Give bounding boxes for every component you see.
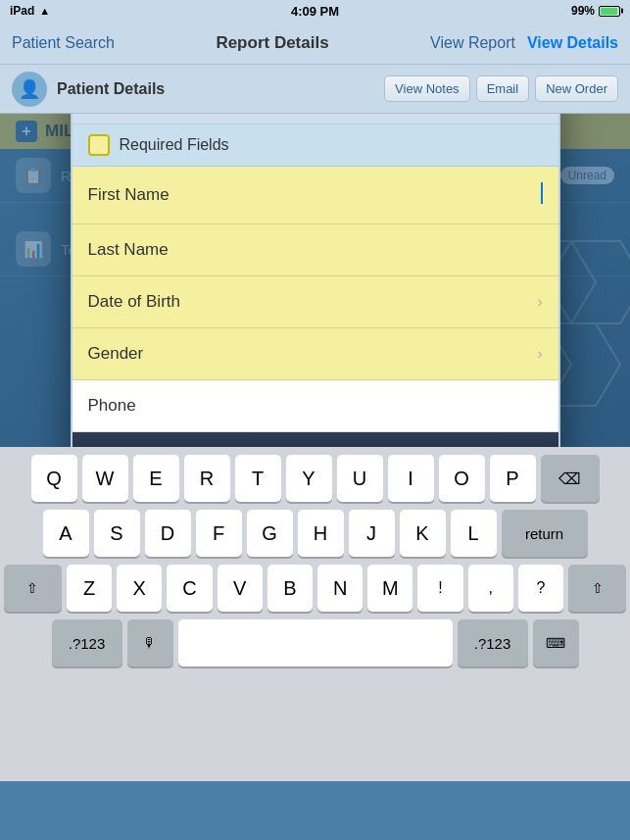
first-name-cursor [537,182,543,208]
wifi-icon: ▲ [39,5,50,17]
first-name-label: First Name [88,185,170,205]
nav-bar: Patient Search Report Details View Repor… [0,22,630,65]
gender-chevron-icon: › [537,345,542,363]
key-r[interactable]: R [184,455,230,502]
place-order-button[interactable]: Place Order [73,432,558,447]
key-x[interactable]: X [117,565,162,612]
shift-key-left[interactable]: ⇧ [4,565,62,612]
patient-header: 👤 Patient Details View Notes Email New O… [0,65,630,114]
key-t[interactable]: T [235,455,281,502]
key-comma[interactable]: , [468,565,513,612]
key-f[interactable]: F [196,510,242,557]
key-m[interactable]: M [367,565,412,612]
key-h[interactable]: H [298,510,344,557]
avatar: 👤 [12,72,47,107]
key-l[interactable]: L [451,510,497,557]
first-name-field[interactable]: First Name [73,167,558,224]
key-c[interactable]: C [167,565,212,612]
key-g[interactable]: G [247,510,293,557]
key-w[interactable]: W [82,455,128,502]
numbers-key-right[interactable]: .?123 [458,619,528,667]
required-fields-row[interactable]: Required Fields [73,124,558,167]
nav-view-details[interactable]: View Details [527,34,618,52]
patient-actions: View Notes Email New Order [384,75,618,102]
microphone-key[interactable]: 🎙 [127,619,173,667]
date-of-birth-chevron-icon: › [537,293,542,311]
space-key[interactable] [178,619,453,667]
patient-details-title: Patient Details [57,80,374,98]
keyboard-row-1: Q W E R T Y U I O P ⌫ [4,455,626,502]
gender-field[interactable]: Gender › [73,328,558,380]
battery-fill [601,8,617,15]
key-k[interactable]: K [400,510,446,557]
date-of-birth-label: Date of Birth [88,292,181,312]
key-j[interactable]: J [349,510,395,557]
key-z[interactable]: Z [67,565,112,612]
key-n[interactable]: N [317,565,363,612]
modal-header: Cancel New Patient Done [73,114,558,124]
email-button[interactable]: Email [476,75,530,102]
key-y[interactable]: Y [286,455,332,502]
carrier-label: iPad [10,4,34,18]
key-question[interactable]: ? [518,565,563,612]
delete-key[interactable]: ⌫ [541,455,600,502]
key-q[interactable]: Q [31,455,77,502]
battery-icon [599,6,620,17]
nav-patient-search[interactable]: Patient Search [12,34,115,52]
status-left: iPad ▲ [10,4,50,18]
modal-overlay: Cancel New Patient Done Required Fields … [0,114,630,447]
status-right: 99% [571,4,620,18]
status-time: 4:09 PM [291,4,339,19]
new-order-button[interactable]: New Order [535,75,618,102]
required-fields-checkbox[interactable] [88,134,110,156]
gender-label: Gender [88,344,144,364]
keyboard: Q W E R T Y U I O P ⌫ A S D F G H J K L … [0,447,630,781]
key-d[interactable]: D [145,510,191,557]
key-v[interactable]: V [218,565,263,612]
new-patient-modal: Cancel New Patient Done Required Fields … [71,114,560,447]
key-exclaim[interactable]: ! [417,565,462,612]
shift-key-right[interactable]: ⇧ [568,565,626,612]
status-bar: iPad ▲ 4:09 PM 99% [0,0,630,22]
key-a[interactable]: A [43,510,89,557]
numbers-key-left[interactable]: .?123 [52,619,122,667]
nav-view-report[interactable]: View Report [430,34,515,52]
keyboard-row-2: A S D F G H J K L return [4,510,626,557]
key-u[interactable]: U [337,455,383,502]
battery-percent: 99% [571,4,595,18]
phone-label: Phone [88,396,136,416]
phone-field[interactable]: Phone [73,380,558,432]
key-b[interactable]: B [267,565,313,612]
required-fields-label: Required Fields [120,136,229,154]
view-notes-button[interactable]: View Notes [384,75,470,102]
keyboard-switch-key[interactable]: ⌨ [533,619,579,667]
nav-title: Report Details [216,33,328,53]
keyboard-row-4: .?123 🎙 .?123 ⌨ [4,619,626,667]
key-i[interactable]: I [388,455,434,502]
last-name-label: Last Name [88,240,169,260]
last-name-field[interactable]: Last Name [73,224,558,276]
keyboard-row-3: ⇧ Z X C V B N M ! , ? ⇧ [4,565,626,612]
key-p[interactable]: P [490,455,536,502]
date-of-birth-field[interactable]: Date of Birth › [73,276,558,328]
return-key[interactable]: return [502,510,588,557]
key-s[interactable]: S [94,510,140,557]
key-e[interactable]: E [133,455,179,502]
key-o[interactable]: O [439,455,485,502]
